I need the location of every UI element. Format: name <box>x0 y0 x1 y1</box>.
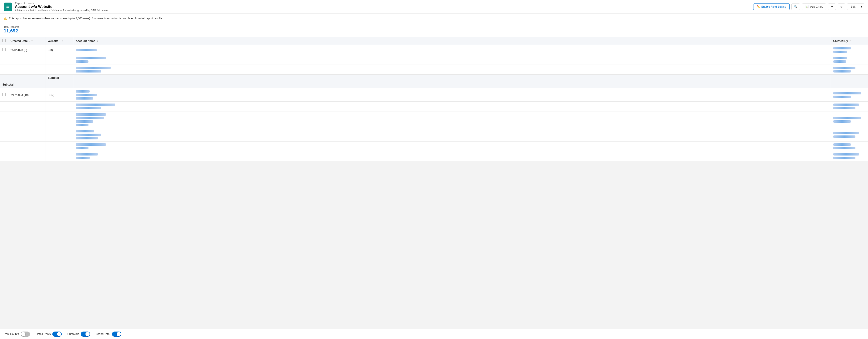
row-checkbox[interactable] <box>2 48 6 51</box>
blur-block <box>833 92 861 94</box>
edit-dropdown-arrow[interactable]: ▾ <box>859 3 864 10</box>
blur-block <box>833 70 851 73</box>
created-by-cell-g2-2 <box>831 102 868 111</box>
table-row <box>0 65 868 75</box>
subtotal-created-cell <box>831 75 868 81</box>
row-checkbox-cell <box>0 88 8 102</box>
account-name-cell-g2-6 <box>73 151 831 161</box>
subtotal-label: Subtotal <box>48 76 59 80</box>
blur-block <box>833 153 859 156</box>
blurred-created-by <box>833 143 866 149</box>
blur-block <box>76 130 94 133</box>
created-by-filter-button[interactable]: ▾ <box>849 39 851 43</box>
table-header-row: Created Date ↓ ▾ Website ↑ ▾ <box>0 37 868 45</box>
blur-block <box>76 94 97 96</box>
report-label: Report: Accounts <box>15 2 750 5</box>
group-date-cell-2: 2/17/2023 (10) <box>8 88 45 102</box>
stats-section: Total Records 11,692 <box>0 23 868 37</box>
blur-block <box>76 117 103 119</box>
col-website-label: Website <box>48 39 58 43</box>
row-checkbox-cell <box>0 151 8 161</box>
subtotal-row: Subtotal <box>0 75 868 81</box>
refresh-icon: ↻ <box>840 5 843 8</box>
sort-asc-icon: ↑ <box>59 40 61 42</box>
grand-subtotal-row: Subtotal <box>0 81 868 88</box>
created-by-cell-g2-4 <box>831 128 868 142</box>
report-table-container: Created Date ↓ ▾ Website ↑ ▾ <box>0 37 868 161</box>
blur-block <box>833 117 861 119</box>
row-checkbox-cell <box>0 45 8 55</box>
account-name-filter-button[interactable]: ▾ <box>96 39 99 43</box>
report-table: Created Date ↓ ▾ Website ↑ ▾ <box>0 37 868 161</box>
col-created-date-label: Created Date <box>10 39 28 43</box>
account-name-cell-g2-4 <box>73 128 831 142</box>
blurred-created-by <box>833 57 866 63</box>
search-button[interactable]: 🔍 <box>792 3 800 10</box>
col-website-header[interactable]: Website ↑ ▾ <box>45 37 73 45</box>
table-row: 2/20/2023 (3) - (3) <box>0 45 868 55</box>
filter-icon: ▼ <box>831 5 833 8</box>
empty-website-cell <box>45 55 73 65</box>
empty-date-cell <box>8 128 45 142</box>
col-account-name-header[interactable]: Account Name ▾ <box>73 37 831 45</box>
col-created-date-header[interactable]: Created Date ↓ ▾ <box>8 37 45 45</box>
group-date-cell: 2/20/2023 (3) <box>8 45 45 55</box>
created-by-cell-3 <box>831 65 868 75</box>
blur-block <box>833 104 859 106</box>
empty-date-cell <box>8 102 45 111</box>
header-checkbox[interactable] <box>2 39 6 42</box>
blurred-created-by <box>833 117 866 123</box>
group-date-value: 2/20/2023 (3) <box>10 49 27 52</box>
created-by-cell-g2-1 <box>831 88 868 102</box>
add-chart-button[interactable]: 📊 Add Chart <box>802 3 826 10</box>
account-name-cell-2 <box>73 55 831 65</box>
col-created-by-label: Created By <box>833 39 848 43</box>
blurred-account-name <box>76 153 829 159</box>
blurred-created-by <box>833 132 866 138</box>
empty-date-cell <box>8 151 45 161</box>
table-row <box>0 128 868 142</box>
empty-website-cell <box>45 142 73 151</box>
table-row <box>0 102 868 111</box>
chart-icon: 📊 <box>805 5 809 8</box>
blur-block <box>833 51 847 53</box>
blurred-account-name <box>76 49 829 52</box>
search-icon: 🔍 <box>794 5 798 8</box>
blur-block <box>833 120 851 123</box>
refresh-button[interactable]: ↻ <box>838 3 845 10</box>
filter-button[interactable]: ▼ <box>828 3 836 10</box>
blurred-account-name <box>76 103 829 110</box>
created-date-filter-button[interactable]: ▾ <box>31 39 33 43</box>
header-title-block: Report: Accounts Account w/o Website All… <box>15 2 750 12</box>
empty-website-cell <box>45 102 73 111</box>
blur-block <box>76 57 106 59</box>
total-records-value: 11,692 <box>4 28 864 34</box>
enable-field-editing-button[interactable]: ✏️ Enable Field Editing <box>753 3 790 10</box>
grand-subtotal-label: Subtotal <box>2 83 13 86</box>
empty-date-cell <box>8 65 45 75</box>
blurred-account-name <box>76 130 829 140</box>
blur-block <box>76 90 90 92</box>
row-checkbox-cell <box>0 65 8 75</box>
edit-dropdown: Edit ▾ <box>847 3 864 10</box>
header-actions: ✏️ Enable Field Editing 🔍 📊 Add Chart ▼ … <box>753 3 864 10</box>
row-checkbox[interactable] <box>2 93 6 96</box>
group-website-value-2: - (10) <box>48 93 55 96</box>
row-checkbox-cell <box>0 142 8 151</box>
subtotal-checkbox-cell <box>0 75 8 81</box>
subtotal-date-cell <box>8 75 45 81</box>
subtotal-account-cell <box>73 75 831 81</box>
col-created-by-header[interactable]: Created By ▾ <box>831 37 868 45</box>
created-by-cell-g2-5 <box>831 142 868 151</box>
edit-button[interactable]: Edit <box>847 3 859 10</box>
warning-icon: ⚠ <box>4 16 7 21</box>
blurred-account-name <box>76 113 829 126</box>
blurred-created-by <box>833 66 866 73</box>
row-checkbox-cell <box>0 128 8 142</box>
page-description: All Accounts that do not have a field va… <box>15 9 750 12</box>
blur-block <box>76 124 89 126</box>
account-name-cell-g2-1 <box>73 88 831 102</box>
website-filter-button[interactable]: ▾ <box>61 39 64 43</box>
blurred-account-name <box>76 90 829 100</box>
blur-block <box>833 147 856 149</box>
